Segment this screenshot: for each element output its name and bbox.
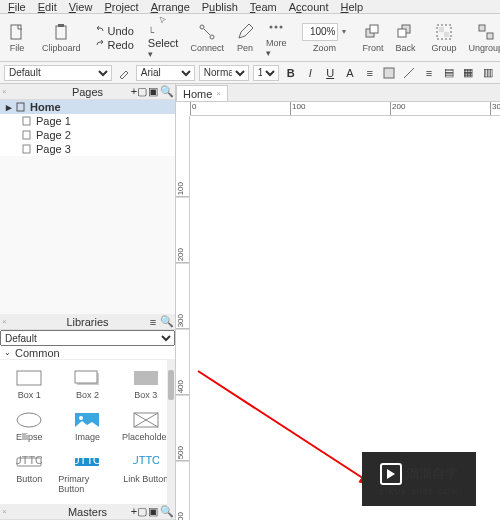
font-weight-select[interactable]: Normal bbox=[199, 65, 249, 81]
font-select[interactable]: Arial bbox=[136, 65, 195, 81]
ruler-horizontal[interactable]: 0100200300400 bbox=[190, 102, 500, 116]
menu-publish[interactable]: Publish bbox=[196, 0, 244, 13]
canvas[interactable] bbox=[190, 116, 500, 520]
svg-point-33 bbox=[79, 416, 83, 420]
clipboard-group[interactable]: Clipboard bbox=[36, 14, 87, 61]
style-select[interactable]: Default bbox=[4, 65, 112, 81]
select-tool[interactable]: └ Select ▾ bbox=[142, 14, 185, 61]
pages-close-icon[interactable]: × bbox=[2, 87, 7, 96]
svg-rect-26 bbox=[23, 145, 30, 153]
ruler-vertical[interactable]: 100200300400500600 bbox=[176, 116, 190, 520]
pen-tool[interactable]: Pen bbox=[230, 14, 260, 61]
font-size-select[interactable]: 13 bbox=[253, 65, 279, 81]
italic-button[interactable]: I bbox=[303, 65, 319, 81]
library-item[interactable]: BUTTONPrimary Button bbox=[58, 448, 116, 500]
svg-rect-25 bbox=[23, 131, 30, 139]
add-master-icon[interactable]: +▢ bbox=[133, 506, 145, 518]
fill-color-button[interactable] bbox=[382, 65, 398, 81]
line-width-button[interactable]: ≡ bbox=[421, 65, 437, 81]
page-home[interactable]: ▸ Home bbox=[0, 100, 175, 114]
menu-bar: File Edit View Project Arrange Publish T… bbox=[0, 0, 500, 14]
page-tab-home[interactable]: Home × bbox=[176, 85, 228, 101]
svg-rect-0 bbox=[11, 25, 21, 39]
shape-preview bbox=[74, 412, 100, 428]
library-item[interactable]: Image bbox=[58, 406, 116, 448]
svg-rect-24 bbox=[23, 117, 30, 125]
library-item[interactable]: Ellipse bbox=[0, 406, 58, 448]
add-master-folder-icon[interactable]: ▣ bbox=[147, 506, 159, 518]
svg-rect-30 bbox=[134, 371, 158, 385]
svg-rect-2 bbox=[58, 24, 64, 27]
svg-rect-17 bbox=[487, 33, 493, 39]
library-category[interactable]: ⌄ Common bbox=[0, 346, 175, 360]
libraries-close-icon[interactable]: × bbox=[2, 317, 7, 326]
line-color-button[interactable] bbox=[401, 65, 417, 81]
page-item[interactable]: Page 2 bbox=[0, 128, 175, 142]
shape-preview bbox=[16, 370, 42, 386]
group-button[interactable]: Group bbox=[425, 14, 462, 61]
back-button[interactable]: Back bbox=[389, 14, 421, 61]
text-color-button[interactable]: A bbox=[342, 65, 358, 81]
align-left-button[interactable]: ▤ bbox=[441, 65, 457, 81]
masters-search-icon[interactable]: 🔍 bbox=[161, 506, 173, 518]
svg-point-31 bbox=[17, 413, 41, 427]
bullet-list-button[interactable]: ≡ bbox=[362, 65, 378, 81]
libraries-menu-icon[interactable]: ≡ bbox=[147, 316, 159, 328]
svg-rect-23 bbox=[17, 103, 24, 111]
svg-rect-29 bbox=[75, 371, 97, 383]
menu-help[interactable]: Help bbox=[335, 0, 370, 13]
menu-view[interactable]: View bbox=[63, 0, 99, 13]
bold-button[interactable]: B bbox=[283, 65, 299, 81]
library-scrollbar[interactable] bbox=[167, 360, 175, 504]
align-center-button[interactable]: ▦ bbox=[461, 65, 477, 81]
cursor-icon bbox=[154, 16, 172, 25]
svg-rect-14 bbox=[439, 27, 444, 32]
page-item[interactable]: Page 3 bbox=[0, 142, 175, 156]
chevron-down-icon: ⌄ bbox=[4, 348, 11, 357]
ungroup-button[interactable]: Ungroup bbox=[463, 14, 501, 61]
pen-icon bbox=[236, 23, 254, 41]
library-item[interactable]: Box 1 bbox=[0, 364, 58, 406]
more-tool[interactable]: More ▾ bbox=[260, 14, 293, 61]
page-icon bbox=[22, 116, 32, 126]
front-button[interactable]: Front bbox=[356, 14, 389, 61]
undo-button[interactable]: Undo bbox=[95, 25, 134, 37]
library-item[interactable]: Box 2 bbox=[58, 364, 116, 406]
zoom-dropdown[interactable]: ▾ bbox=[342, 27, 346, 36]
file-icon bbox=[8, 23, 26, 41]
libraries-panel-header: × Libraries ≡ 🔍 bbox=[0, 314, 175, 330]
format-toolbar: Default Arial Normal 13 B I U A ≡ ≡ ▤ ▦ … bbox=[0, 62, 500, 84]
file-group[interactable]: File bbox=[2, 14, 32, 61]
align-right-button[interactable]: ▥ bbox=[480, 65, 496, 81]
shape-preview bbox=[133, 412, 159, 428]
menu-arrange[interactable]: Arrange bbox=[145, 0, 196, 13]
zoom-input[interactable] bbox=[302, 23, 338, 41]
tab-close-icon[interactable]: × bbox=[216, 89, 221, 98]
svg-rect-1 bbox=[56, 26, 66, 39]
svg-rect-15 bbox=[444, 32, 449, 37]
menu-account[interactable]: Account bbox=[283, 0, 335, 13]
libraries-search-icon[interactable]: 🔍 bbox=[161, 316, 173, 328]
connect-tool[interactable]: Connect bbox=[184, 14, 230, 61]
zoom-group: ▾ Zoom bbox=[296, 14, 352, 61]
library-item[interactable]: BUTTONButton bbox=[0, 448, 58, 500]
page-toggle-icon: ▸ bbox=[6, 101, 12, 114]
add-page-icon[interactable]: +▢ bbox=[133, 86, 145, 98]
page-item[interactable]: Page 1 bbox=[0, 114, 175, 128]
front-icon bbox=[364, 23, 382, 41]
svg-rect-16 bbox=[479, 25, 485, 31]
svg-line-5 bbox=[204, 29, 210, 35]
menu-team[interactable]: Team bbox=[244, 0, 283, 13]
search-pages-icon[interactable]: 🔍 bbox=[161, 86, 173, 98]
library-grid: Box 1Box 2Box 3EllipseImagePlaceholderBU… bbox=[0, 360, 175, 504]
library-select[interactable]: Default bbox=[0, 330, 175, 346]
masters-close-icon[interactable]: × bbox=[2, 507, 7, 516]
menu-edit[interactable]: Edit bbox=[32, 0, 63, 13]
add-folder-icon[interactable]: ▣ bbox=[147, 86, 159, 98]
redo-button[interactable]: Redo bbox=[95, 39, 134, 51]
menu-file[interactable]: File bbox=[2, 0, 32, 13]
canvas-area: Home × 0100200300400 100200300400500600 bbox=[176, 84, 500, 520]
menu-project[interactable]: Project bbox=[98, 0, 144, 13]
style-paint-icon[interactable] bbox=[116, 65, 132, 81]
underline-button[interactable]: U bbox=[322, 65, 338, 81]
